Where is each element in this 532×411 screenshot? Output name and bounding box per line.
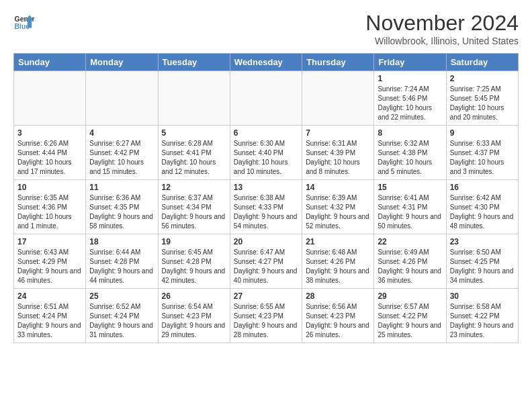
- day-info: Sunrise: 6:52 AM Sunset: 4:24 PM Dayligh…: [89, 302, 154, 340]
- day-number: 12: [162, 183, 226, 192]
- day-info: Sunrise: 6:45 AM Sunset: 4:28 PM Dayligh…: [162, 248, 226, 285]
- title-block: November 2024 Willowbrook, Illinois, Uni…: [365, 11, 519, 46]
- day-info: Sunrise: 6:33 AM Sunset: 4:37 PM Dayligh…: [450, 139, 515, 177]
- logo: General Blue: [13, 11, 38, 32]
- day-cell: 6Sunrise: 6:30 AM Sunset: 4:40 PM Daylig…: [230, 126, 302, 180]
- day-cell: [158, 71, 230, 126]
- day-cell: [230, 71, 302, 126]
- day-info: Sunrise: 6:37 AM Sunset: 4:34 PM Dayligh…: [162, 193, 226, 231]
- day-info: Sunrise: 6:44 AM Sunset: 4:28 PM Dayligh…: [89, 248, 154, 285]
- day-info: Sunrise: 6:30 AM Sunset: 4:40 PM Dayligh…: [234, 139, 298, 177]
- day-number: 27: [234, 291, 298, 301]
- day-cell: [14, 71, 86, 126]
- day-cell: 20Sunrise: 6:47 AM Sunset: 4:27 PM Dayli…: [230, 234, 302, 289]
- day-info: Sunrise: 6:35 AM Sunset: 4:36 PM Dayligh…: [17, 193, 82, 231]
- day-cell: 18Sunrise: 6:44 AM Sunset: 4:28 PM Dayli…: [86, 234, 158, 289]
- page-container: General Blue November 2024 Willowbrook, …: [0, 0, 532, 354]
- day-cell: 14Sunrise: 6:39 AM Sunset: 4:32 PM Dayli…: [302, 180, 374, 234]
- day-number: 29: [378, 291, 442, 301]
- day-info: Sunrise: 6:41 AM Sunset: 4:31 PM Dayligh…: [378, 193, 442, 231]
- day-number: 9: [450, 128, 515, 138]
- day-info: Sunrise: 7:25 AM Sunset: 5:45 PM Dayligh…: [450, 85, 515, 122]
- day-info: Sunrise: 6:32 AM Sunset: 4:38 PM Dayligh…: [378, 139, 442, 177]
- day-cell: 9Sunrise: 6:33 AM Sunset: 4:37 PM Daylig…: [446, 126, 518, 180]
- day-number: 15: [378, 183, 442, 192]
- day-number: 25: [89, 291, 154, 301]
- day-number: 11: [89, 183, 154, 192]
- week-row-1: 3Sunrise: 6:26 AM Sunset: 4:44 PM Daylig…: [14, 126, 519, 180]
- col-thursday: Thursday: [302, 54, 374, 71]
- day-cell: 29Sunrise: 6:57 AM Sunset: 4:22 PM Dayli…: [374, 289, 446, 343]
- month-title: November 2024: [365, 11, 519, 36]
- col-wednesday: Wednesday: [230, 54, 302, 71]
- week-row-4: 24Sunrise: 6:51 AM Sunset: 4:24 PM Dayli…: [14, 289, 519, 343]
- col-tuesday: Tuesday: [158, 54, 230, 71]
- day-number: 14: [306, 183, 370, 192]
- week-row-0: 1Sunrise: 7:24 AM Sunset: 5:46 PM Daylig…: [14, 71, 519, 126]
- col-saturday: Saturday: [446, 54, 518, 71]
- day-info: Sunrise: 6:42 AM Sunset: 4:30 PM Dayligh…: [450, 193, 515, 231]
- day-number: 20: [234, 237, 298, 246]
- day-info: Sunrise: 6:27 AM Sunset: 4:42 PM Dayligh…: [89, 139, 154, 177]
- calendar-table: Sunday Monday Tuesday Wednesday Thursday…: [13, 53, 519, 343]
- day-info: Sunrise: 6:57 AM Sunset: 4:22 PM Dayligh…: [378, 302, 442, 340]
- day-info: Sunrise: 6:48 AM Sunset: 4:26 PM Dayligh…: [306, 248, 370, 285]
- day-number: 4: [89, 128, 154, 138]
- day-number: 1: [378, 74, 442, 83]
- day-info: Sunrise: 6:55 AM Sunset: 4:23 PM Dayligh…: [234, 302, 298, 340]
- day-number: 2: [450, 74, 515, 83]
- day-number: 26: [162, 291, 226, 301]
- day-info: Sunrise: 6:54 AM Sunset: 4:23 PM Dayligh…: [162, 302, 226, 340]
- day-info: Sunrise: 6:26 AM Sunset: 4:44 PM Dayligh…: [17, 139, 82, 177]
- day-cell: 12Sunrise: 6:37 AM Sunset: 4:34 PM Dayli…: [158, 180, 230, 234]
- day-cell: 21Sunrise: 6:48 AM Sunset: 4:26 PM Dayli…: [302, 234, 374, 289]
- day-cell: [86, 71, 158, 126]
- day-cell: 22Sunrise: 6:49 AM Sunset: 4:26 PM Dayli…: [374, 234, 446, 289]
- day-cell: 25Sunrise: 6:52 AM Sunset: 4:24 PM Dayli…: [86, 289, 158, 343]
- day-number: 22: [378, 237, 442, 246]
- day-info: Sunrise: 6:50 AM Sunset: 4:25 PM Dayligh…: [450, 248, 515, 285]
- day-cell: 28Sunrise: 6:56 AM Sunset: 4:23 PM Dayli…: [302, 289, 374, 343]
- week-row-3: 17Sunrise: 6:43 AM Sunset: 4:29 PM Dayli…: [14, 234, 519, 289]
- day-info: Sunrise: 6:31 AM Sunset: 4:39 PM Dayligh…: [306, 139, 370, 177]
- day-info: Sunrise: 6:47 AM Sunset: 4:27 PM Dayligh…: [234, 248, 298, 285]
- day-cell: 13Sunrise: 6:38 AM Sunset: 4:33 PM Dayli…: [230, 180, 302, 234]
- day-info: Sunrise: 6:28 AM Sunset: 4:41 PM Dayligh…: [162, 139, 226, 177]
- day-info: Sunrise: 6:36 AM Sunset: 4:35 PM Dayligh…: [89, 193, 154, 231]
- day-cell: 4Sunrise: 6:27 AM Sunset: 4:42 PM Daylig…: [86, 126, 158, 180]
- day-number: 28: [306, 291, 370, 301]
- day-info: Sunrise: 6:43 AM Sunset: 4:29 PM Dayligh…: [17, 248, 82, 285]
- day-cell: 2Sunrise: 7:25 AM Sunset: 5:45 PM Daylig…: [446, 71, 518, 126]
- page-header: General Blue November 2024 Willowbrook, …: [13, 11, 519, 46]
- day-info: Sunrise: 6:51 AM Sunset: 4:24 PM Dayligh…: [17, 302, 82, 340]
- col-monday: Monday: [86, 54, 158, 71]
- day-info: Sunrise: 6:49 AM Sunset: 4:26 PM Dayligh…: [378, 248, 442, 285]
- day-info: Sunrise: 6:56 AM Sunset: 4:23 PM Dayligh…: [306, 302, 370, 340]
- day-number: 16: [450, 183, 515, 192]
- day-cell: 27Sunrise: 6:55 AM Sunset: 4:23 PM Dayli…: [230, 289, 302, 343]
- day-info: Sunrise: 7:24 AM Sunset: 5:46 PM Dayligh…: [378, 85, 442, 122]
- logo-icon: General Blue: [13, 11, 35, 32]
- day-cell: 23Sunrise: 6:50 AM Sunset: 4:25 PM Dayli…: [446, 234, 518, 289]
- col-friday: Friday: [374, 54, 446, 71]
- day-info: Sunrise: 6:39 AM Sunset: 4:32 PM Dayligh…: [306, 193, 370, 231]
- day-number: 21: [306, 237, 370, 246]
- week-row-2: 10Sunrise: 6:35 AM Sunset: 4:36 PM Dayli…: [14, 180, 519, 234]
- day-cell: [302, 71, 374, 126]
- day-cell: 16Sunrise: 6:42 AM Sunset: 4:30 PM Dayli…: [446, 180, 518, 234]
- col-sunday: Sunday: [14, 54, 86, 71]
- day-cell: 30Sunrise: 6:58 AM Sunset: 4:22 PM Dayli…: [446, 289, 518, 343]
- day-number: 3: [17, 128, 82, 138]
- day-number: 17: [17, 237, 82, 246]
- day-cell: 3Sunrise: 6:26 AM Sunset: 4:44 PM Daylig…: [14, 126, 86, 180]
- day-cell: 5Sunrise: 6:28 AM Sunset: 4:41 PM Daylig…: [158, 126, 230, 180]
- day-number: 13: [234, 183, 298, 192]
- day-number: 6: [234, 128, 298, 138]
- day-number: 5: [162, 128, 226, 138]
- day-cell: 1Sunrise: 7:24 AM Sunset: 5:46 PM Daylig…: [374, 71, 446, 126]
- day-info: Sunrise: 6:38 AM Sunset: 4:33 PM Dayligh…: [234, 193, 298, 231]
- day-cell: 24Sunrise: 6:51 AM Sunset: 4:24 PM Dayli…: [14, 289, 86, 343]
- day-number: 8: [378, 128, 442, 138]
- day-cell: 26Sunrise: 6:54 AM Sunset: 4:23 PM Dayli…: [158, 289, 230, 343]
- day-cell: 7Sunrise: 6:31 AM Sunset: 4:39 PM Daylig…: [302, 126, 374, 180]
